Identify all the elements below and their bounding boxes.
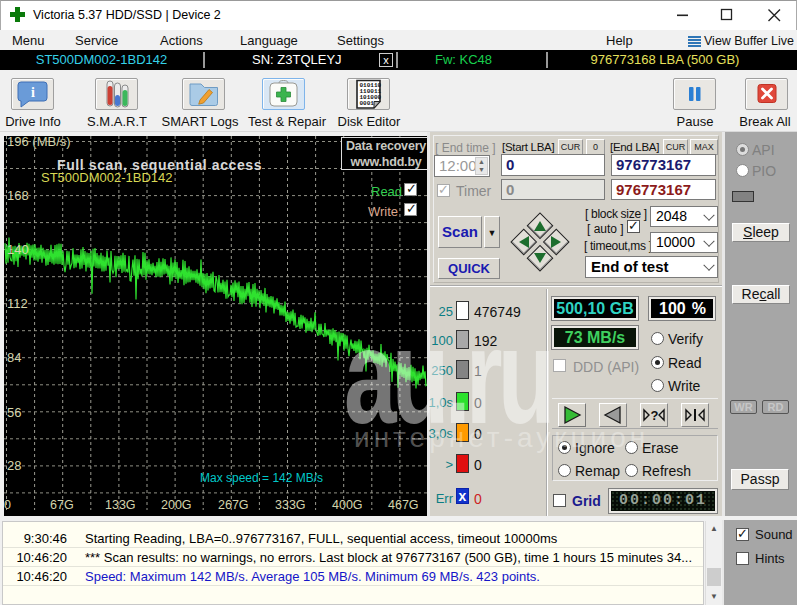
svg-text:0001: 0001 (360, 100, 375, 107)
svg-text:?: ? (651, 408, 659, 423)
svg-text:i: i (31, 85, 35, 100)
